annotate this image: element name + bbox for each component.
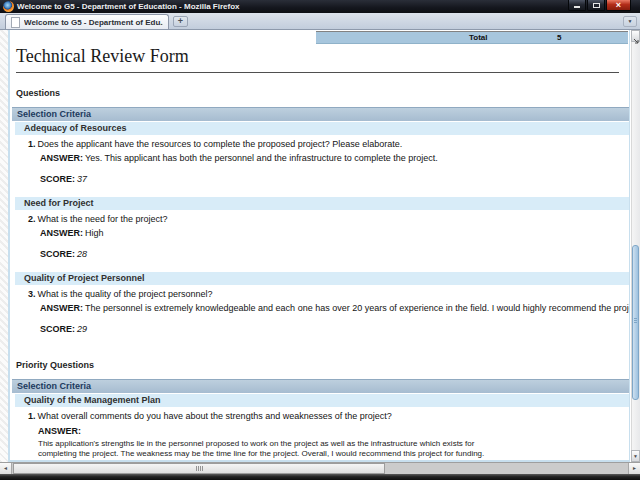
maximize-button[interactable] — [587, 0, 605, 11]
page-title: Technical Review Form — [16, 46, 619, 73]
score-line: SCORE:37 — [40, 174, 629, 184]
chevron-down-icon: ▼ — [628, 18, 633, 24]
answer-text: Yes. This applicant has both the personn… — [85, 153, 438, 163]
criterion-header: Adequacy of Resources — [15, 122, 629, 135]
question-text: What is the need for the project? — [38, 214, 168, 224]
section-priority-questions: Priority Questions Selection Criteria Qu… — [10, 360, 629, 462]
scrollbar-grip — [634, 318, 637, 323]
minimize-icon — [574, 6, 580, 8]
group-header-selection-criteria: Selection Criteria — [12, 107, 629, 121]
answer-line: ANSWER:High — [40, 228, 629, 238]
scroll-left-icon: ◄ — [3, 465, 8, 471]
page-document-icon — [11, 17, 20, 28]
scroll-left-button[interactable]: ◄ — [0, 463, 12, 474]
titlebar[interactable]: Welcome to G5 - Department of Education … — [0, 0, 640, 13]
tab-welcome-g5[interactable]: Welcome to G5 - Department of Edu... — [5, 14, 169, 29]
question-number: 1. — [28, 139, 36, 149]
scroll-resize-button[interactable] — [631, 30, 640, 42]
answer-line: ANSWER:Yes. This applicant has both the … — [40, 153, 629, 163]
question-number: 3. — [28, 289, 36, 299]
question-line: 2.What is the need for the project? — [28, 214, 621, 224]
answer-label: ANSWER: — [40, 153, 83, 163]
window-controls: × — [567, 0, 631, 11]
question-text: What is the quality of the project perso… — [38, 289, 213, 299]
question-line: 3.What is the quality of the project per… — [28, 289, 621, 299]
answer-text: This application's strengths lie in the … — [38, 439, 508, 458]
window-bottom-edge — [0, 474, 640, 480]
vertical-scrollbar-thumb[interactable] — [632, 245, 639, 400]
horizontal-scrollbar[interactable]: ◄ ► — [0, 462, 640, 474]
section-heading: Questions — [16, 88, 629, 98]
question-number: 2. — [28, 214, 36, 224]
answer-label: ANSWER: — [40, 228, 83, 238]
question-line: 1.What overall comments do you have abou… — [28, 411, 621, 421]
list-tabs-button[interactable]: ▼ — [623, 16, 637, 27]
new-tab-button[interactable]: + — [173, 16, 188, 27]
close-button[interactable]: × — [606, 0, 631, 11]
answer-label: ANSWER: — [40, 303, 83, 313]
section-heading: Priority Questions — [16, 360, 629, 370]
score-summary-row: Total 5 — [316, 31, 628, 44]
scroll-down-button[interactable]: ▼ — [631, 450, 640, 462]
maximize-icon — [593, 3, 600, 8]
tab-title: Welcome to G5 - Department of Edu... — [24, 18, 163, 27]
browser-viewport: Total 5 Technical Review Form Questions … — [0, 30, 640, 462]
content-frame: Total 5 Technical Review Form Questions … — [8, 30, 630, 462]
firefox-window: Welcome to G5 - Department of Education … — [0, 0, 640, 480]
total-label: Total — [441, 33, 516, 42]
firefox-icon — [3, 1, 14, 12]
close-icon: × — [616, 1, 621, 10]
score-label: SCORE: — [40, 249, 75, 259]
scroll-right-button[interactable]: ► — [628, 463, 640, 474]
page-margin-pattern — [0, 30, 8, 462]
horizontal-scrollbar-thumb[interactable] — [13, 463, 385, 474]
section-questions: Questions Selection Criteria Adequacy of… — [10, 88, 629, 334]
scroll-right-icon: ► — [632, 465, 637, 471]
criterion-header: Need for Project — [15, 197, 629, 210]
answer-label: ANSWER: — [38, 426, 629, 436]
question-text: Does the applicant have the resources to… — [38, 139, 403, 149]
scrollbar-grip — [196, 466, 203, 471]
criterion-header: Quality of Project Personnel — [15, 272, 629, 285]
total-value: 5 — [522, 33, 597, 42]
score-label: SCORE: — [40, 174, 75, 184]
diagonal-arrow-icon — [633, 38, 639, 45]
scroll-down-icon: ▼ — [633, 453, 638, 459]
question-text: What overall comments do you have about … — [38, 411, 392, 421]
question-number: 1. — [28, 411, 36, 421]
score-line: SCORE:28 — [40, 249, 629, 259]
score-line: SCORE:29 — [40, 324, 629, 334]
score-value: 37 — [77, 174, 87, 184]
group-header-selection-criteria: Selection Criteria — [12, 379, 629, 393]
vertical-scrollbar[interactable]: ▼ — [631, 30, 640, 462]
question-line: 1.Does the applicant have the resources … — [28, 139, 621, 149]
window-title: Welcome to G5 - Department of Education … — [17, 2, 240, 11]
score-label: SCORE: — [40, 324, 75, 334]
tab-bar: Welcome to G5 - Department of Edu... + ▼ — [0, 13, 640, 30]
score-value: 28 — [77, 249, 87, 259]
answer-line: ANSWER:The personnel is extremely knowle… — [40, 303, 629, 313]
score-value: 29 — [77, 324, 87, 334]
minimize-button[interactable] — [568, 0, 586, 11]
criterion-header: Quality of the Management Plan — [15, 394, 629, 407]
answer-text: High — [85, 228, 104, 238]
answer-text: The personnel is extremely knowledgeable… — [85, 303, 629, 313]
